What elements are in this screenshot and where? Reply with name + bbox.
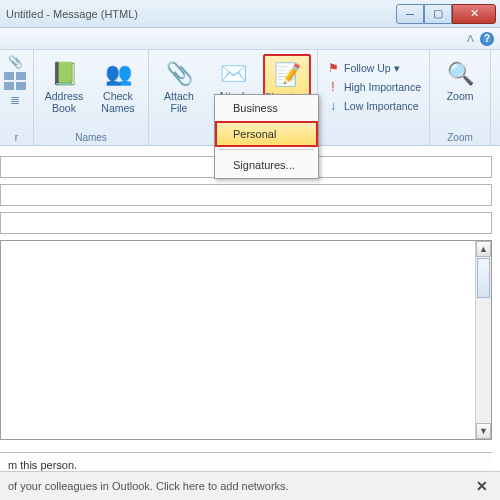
dismiss-button[interactable]: ✕ [472, 478, 492, 494]
cc-field[interactable] [0, 184, 492, 206]
signature-dropdown: Business Personal Signatures... [214, 94, 319, 179]
group-label-names: Names [40, 130, 142, 143]
minimize-button[interactable]: ─ [396, 4, 424, 24]
window-titlebar: Untitled - Message (HTML) ─ ▢ ✕ [0, 0, 500, 28]
dropdown-item-business[interactable]: Business [215, 95, 318, 121]
ribbon-subbar: ᐱ ? [0, 28, 500, 50]
message-form: ▲ ▼ [0, 146, 500, 440]
scroll-down-button[interactable]: ▼ [476, 423, 491, 439]
list-small-icon[interactable]: ≣ [6, 92, 27, 108]
scroll-up-button[interactable]: ▲ [476, 241, 491, 257]
group-label-zoom: Zoom [436, 130, 484, 143]
address-book-button[interactable]: 📗 Address Book [40, 54, 88, 117]
envelope-icon: ✉️ [218, 59, 248, 89]
follow-up-button[interactable]: ⚑Follow Up ▾ [324, 60, 423, 76]
help-icon[interactable]: ? [480, 32, 494, 46]
ribbon-group-names: 📗 Address Book 👥 Check Names Names [34, 50, 149, 145]
editor-scrollbar[interactable]: ▲ ▼ [475, 241, 491, 439]
social-connector-text[interactable]: of your colleagues in Outlook. Click her… [8, 480, 289, 492]
group-label-partial: r [6, 130, 27, 143]
check-names-icon: 👥 [103, 59, 133, 89]
high-importance-button[interactable]: !High Importance [324, 79, 423, 95]
social-connector-bar: of your colleagues in Outlook. Click her… [0, 471, 500, 500]
signature-icon: 📝 [272, 60, 302, 90]
attach-file-button[interactable]: 📎 Attach File [155, 54, 203, 117]
window-title: Untitled - Message (HTML) [0, 8, 396, 20]
paperclip-icon: 📎 [164, 59, 194, 89]
zoom-button[interactable]: 🔍 Zoom [436, 54, 484, 106]
low-importance-button[interactable]: ↓Low Importance [324, 98, 423, 114]
dropdown-separator [219, 149, 314, 150]
dropdown-item-personal[interactable]: Personal [215, 121, 318, 147]
ribbon-group-format-partial: 📎 ≣ r [0, 50, 34, 145]
address-book-icon: 📗 [49, 59, 79, 89]
subject-field[interactable] [0, 212, 492, 234]
ribbon-collapse-icon[interactable]: ᐱ [467, 33, 474, 44]
message-body-editor[interactable]: ▲ ▼ [0, 240, 492, 440]
table-small-icon[interactable] [6, 73, 27, 89]
ribbon-group-tags: ⚑Follow Up ▾ !High Importance ↓Low Impor… [318, 50, 430, 145]
close-button[interactable]: ✕ [452, 4, 496, 24]
scroll-thumb[interactable] [477, 258, 490, 298]
high-importance-icon: ! [326, 80, 340, 94]
ribbon-group-zoom: 🔍 Zoom Zoom [430, 50, 491, 145]
window-controls: ─ ▢ ✕ [396, 4, 496, 24]
check-names-button[interactable]: 👥 Check Names [94, 54, 142, 117]
dropdown-item-signatures[interactable]: Signatures... [215, 152, 318, 178]
low-importance-icon: ↓ [326, 99, 340, 113]
flag-icon: ⚑ [326, 61, 340, 75]
maximize-button[interactable]: ▢ [424, 4, 452, 24]
attach-small-icon[interactable]: 📎 [6, 54, 27, 70]
zoom-icon: 🔍 [445, 59, 475, 89]
